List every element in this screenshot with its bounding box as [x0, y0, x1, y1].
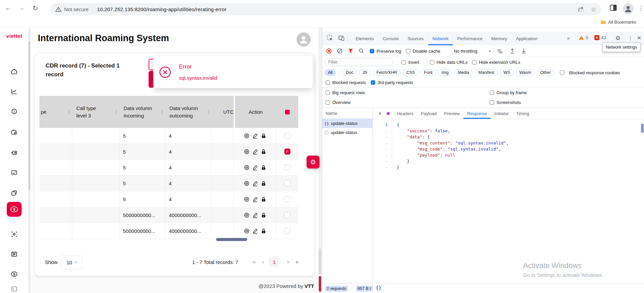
- filter-chip-all[interactable]: All: [325, 69, 336, 76]
- sidebar-item-logs[interactable]: [10, 250, 18, 258]
- hide-extension-urls-checkbox[interactable]: [472, 60, 476, 64]
- lock-icon[interactable]: [261, 149, 266, 155]
- filter-chip-font[interactable]: Font: [421, 69, 436, 76]
- all-bookmarks-button[interactable]: All Bookmarks: [600, 20, 636, 25]
- tab-elements[interactable]: Elements: [351, 32, 378, 45]
- sidebar-item-finance[interactable]: $: [10, 270, 18, 278]
- address-bar[interactable]: Not secure 10.207.252.135:8200/roaming-a…: [51, 3, 601, 16]
- tab-performance[interactable]: Performance: [453, 32, 487, 45]
- hide-data-urls-checkbox[interactable]: [430, 60, 434, 64]
- filter-funnel-icon[interactable]: [348, 49, 353, 53]
- side-panel-icon[interactable]: [610, 5, 617, 11]
- select-all-checkbox[interactable]: [285, 110, 290, 114]
- filter-chip-fetchxhr[interactable]: Fetch/XHR: [373, 69, 401, 76]
- devtools-settings-icon[interactable]: ⚙: [615, 35, 620, 42]
- column-header-data-incoming[interactable]: Data volumn incoming: [120, 96, 165, 128]
- tab-timing[interactable]: Timing: [512, 108, 533, 119]
- back-icon[interactable]: ←: [5, 4, 11, 12]
- view-icon[interactable]: [244, 165, 250, 170]
- response-scrollbar[interactable]: [641, 122, 644, 284]
- tab-initiator[interactable]: Initiator: [491, 108, 513, 119]
- row-checkbox[interactable]: [284, 228, 290, 234]
- filter-input[interactable]: [325, 58, 393, 66]
- sidebar-item-reports[interactable]: [10, 87, 18, 96]
- filter-chip-ws[interactable]: WS: [500, 69, 514, 76]
- browser-menu-icon[interactable]: ⋮: [638, 5, 644, 12]
- last-page-icon[interactable]: »: [295, 259, 299, 265]
- request-row[interactable]: update-status: [322, 128, 372, 137]
- tab-preview[interactable]: Preview: [440, 108, 463, 119]
- request-list-header[interactable]: Name: [322, 108, 372, 119]
- lock-icon[interactable]: [261, 165, 266, 170]
- sidebar-item-subscriber[interactable]: [10, 168, 18, 177]
- share-icon[interactable]: [578, 6, 585, 12]
- row-checkbox[interactable]: [284, 212, 290, 218]
- view-icon[interactable]: [244, 196, 250, 202]
- edit-icon[interactable]: [253, 228, 258, 234]
- response-body[interactable]: 1{- "success": false,- "data": {- "msg_c…: [373, 119, 644, 286]
- filter-chip-doc[interactable]: Doc: [342, 69, 357, 76]
- view-icon[interactable]: [244, 149, 250, 155]
- column-header-call-type[interactable]: Call type level 3: [72, 96, 120, 128]
- group-by-frame-checkbox[interactable]: [490, 90, 494, 95]
- tab-payload[interactable]: Payload: [417, 108, 440, 119]
- edit-icon[interactable]: [253, 165, 258, 170]
- overview-checkbox[interactable]: [326, 100, 330, 105]
- sidebar-item-configuration[interactable]: [10, 128, 18, 136]
- tab-sources[interactable]: Sources: [403, 32, 428, 45]
- prev-page-icon[interactable]: ‹: [262, 259, 264, 265]
- lock-icon[interactable]: [261, 196, 266, 202]
- column-header-type[interactable]: pe: [40, 96, 72, 128]
- tab-memory[interactable]: Memory: [487, 32, 512, 45]
- sort-icon[interactable]: [115, 110, 118, 114]
- view-icon[interactable]: [244, 133, 250, 139]
- close-request-icon[interactable]: ✕: [378, 111, 382, 116]
- clear-network-log-icon[interactable]: [337, 48, 342, 54]
- import-har-icon[interactable]: [510, 48, 515, 54]
- throttling-select[interactable]: No throttling: [454, 49, 478, 54]
- browser-profile-avatar[interactable]: [623, 3, 634, 14]
- view-icon[interactable]: [244, 212, 250, 218]
- lock-icon[interactable]: [261, 228, 266, 234]
- sidebar-item-sim[interactable]: [10, 149, 18, 157]
- blocked-requests-checkbox[interactable]: [326, 80, 330, 85]
- sidebar-item-home[interactable]: [10, 68, 18, 76]
- console-errors-button[interactable]: ✕ 43: [594, 35, 606, 40]
- devtools-close-icon[interactable]: ✕: [637, 35, 641, 41]
- filter-chip-manifest[interactable]: Manifest: [475, 69, 497, 76]
- inspect-element-icon[interactable]: [327, 35, 333, 41]
- column-header-data-outcoming[interactable]: Data volumn outcoming: [165, 96, 212, 128]
- edit-icon[interactable]: [253, 212, 258, 218]
- row-checkbox[interactable]: [284, 180, 290, 186]
- filter-chip-js[interactable]: JS: [359, 69, 371, 76]
- filter-chip-other[interactable]: Other: [537, 69, 554, 76]
- request-row-selected[interactable]: { } update-status: [322, 119, 372, 128]
- row-checkbox[interactable]: ✓: [284, 149, 290, 155]
- record-network-log-icon[interactable]: [326, 48, 332, 54]
- filter-chip-img[interactable]: Img: [438, 69, 452, 76]
- column-header-select-all[interactable]: [276, 96, 298, 128]
- edit-icon[interactable]: [253, 181, 258, 186]
- user-avatar[interactable]: [297, 32, 311, 47]
- device-toolbar-icon[interactable]: [338, 35, 344, 41]
- screenshots-checkbox[interactable]: [490, 100, 494, 105]
- lock-icon[interactable]: [261, 133, 266, 139]
- lock-icon[interactable]: [261, 212, 266, 218]
- network-conditions-icon[interactable]: [496, 49, 503, 54]
- filter-chip-css[interactable]: CSS: [403, 69, 418, 76]
- bookmark-star-icon[interactable]: ☆: [591, 6, 596, 13]
- page-size-select[interactable]: 10▾: [60, 255, 83, 269]
- sidebar-item-logout[interactable]: [10, 285, 18, 293]
- forward-icon[interactable]: →: [18, 4, 25, 12]
- filter-chip-media[interactable]: Media: [454, 69, 472, 76]
- sidebar-item-network[interactable]: [10, 230, 18, 238]
- sidebar-item-alerts[interactable]: [10, 108, 18, 116]
- refresh-icon[interactable]: ↻: [32, 4, 38, 12]
- sort-icon[interactable]: [207, 110, 210, 114]
- tab-response[interactable]: Response: [463, 108, 491, 119]
- current-page-button[interactable]: 1: [269, 257, 280, 267]
- format-json-icon[interactable]: { }: [376, 285, 381, 290]
- tab-network[interactable]: Network: [428, 32, 453, 45]
- sidebar-item-billing-active[interactable]: $: [7, 202, 22, 217]
- search-icon[interactable]: [359, 48, 364, 54]
